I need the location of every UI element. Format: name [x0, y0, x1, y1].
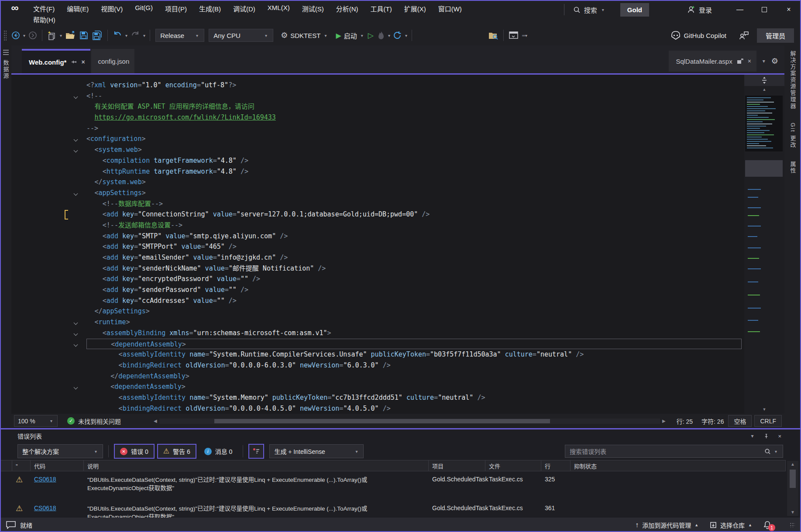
save-all-button[interactable] [90, 28, 104, 42]
code-line[interactable]: https://go.microsoft.com/fwlink/?LinkId=… [11, 112, 744, 123]
warnings-filter-toggle[interactable]: ⚠ 警告 6 [157, 444, 196, 459]
fold-chevron-icon[interactable] [74, 331, 78, 336]
error-code-link[interactable]: CS0618 [31, 500, 84, 518]
code-line[interactable]: <?xml version="1.0" encoding="utf-8"?> [11, 80, 744, 91]
minimap-viewport[interactable] [745, 160, 783, 177]
column-header-4[interactable]: 行 [541, 460, 571, 471]
solution-name-badge[interactable]: Gold [620, 3, 649, 17]
code-line[interactable]: <add key="senderNickName" value="邮件提醒 No… [11, 263, 744, 274]
close-button[interactable]: × [777, 1, 801, 18]
messages-filter-toggle[interactable]: i 消息 0 [199, 444, 238, 459]
solution-platform-dropdown[interactable]: Any CPU▾ [209, 29, 273, 42]
new-project-button[interactable] [45, 28, 58, 42]
editor-options-gear-icon[interactable]: ⚙ [771, 56, 778, 66]
save-button[interactable] [77, 28, 90, 42]
fold-chevron-icon[interactable] [74, 148, 78, 153]
column-header-3[interactable]: 文件 [485, 460, 541, 471]
editor-scrollbar-rail[interactable]: ▲ ▼ [744, 75, 784, 414]
fold-chevron-icon[interactable] [74, 321, 78, 325]
send-feedback-button[interactable] [737, 28, 751, 42]
menu-item-help[interactable]: 帮助(H) [27, 14, 62, 25]
code-line[interactable]: <system.web> [11, 144, 744, 155]
solution-configuration-dropdown[interactable]: Release▾ [155, 29, 204, 42]
navigate-back-button[interactable] [10, 28, 22, 42]
hot-reload-button[interactable] [375, 28, 387, 42]
tab-sqldatamailer[interactable]: SqlDataMailer.aspx × [669, 51, 756, 72]
scroll-up-icon[interactable]: ▲ [744, 86, 784, 93]
error-code-link[interactable]: CS0618 [31, 471, 84, 500]
restart-dropdown-icon[interactable]: ▾ [405, 33, 407, 38]
code-line[interactable]: <add key="ConnectionString" value="serve… [11, 209, 744, 220]
scroll-down-icon[interactable]: ▼ [791, 509, 795, 516]
code-line[interactable]: <configuration> [11, 134, 744, 144]
minimize-button[interactable]: — [728, 1, 752, 18]
error-search-input[interactable]: 搜索错误列表 ▾ [565, 445, 783, 458]
code-line[interactable]: <!--发送邮箱信息设置--> [11, 220, 744, 231]
scroll-right-icon[interactable]: ▶ [660, 419, 668, 423]
code-line[interactable]: <add key="emailSender" value="info@zjgkd… [11, 252, 744, 263]
error-row[interactable]: ⚠CS0618"DBUtils.ExecuteDataSet(Context, … [0, 500, 786, 518]
select-repository-button[interactable]: 选择仓库 ▲ [710, 521, 752, 529]
menu-item-9[interactable]: 分析(N) [330, 3, 364, 14]
maximize-button[interactable] [752, 1, 777, 18]
start-debugging-button[interactable]: ▶ 启动 ▾ [334, 28, 366, 42]
pin-panel-icon[interactable] [763, 433, 769, 439]
code-line[interactable]: <add key="ccAddresses" value="" /> [11, 295, 744, 306]
code-line[interactable]: <appSettings> [11, 188, 744, 199]
start-without-debugging-button[interactable]: ▷ [366, 28, 375, 42]
code-line[interactable]: </system.web> [11, 177, 744, 188]
tab-config-json[interactable]: config.json [91, 49, 135, 73]
code-line[interactable]: <httpRuntime targetFramework="4.8" /> [11, 166, 744, 177]
menu-item-11[interactable]: 扩展(X) [398, 3, 432, 14]
right-dock-tab-2[interactable]: 属性 [789, 161, 797, 174]
right-dock-tab-1[interactable]: Git 更改 [789, 123, 797, 148]
code-line[interactable]: </dependentAssembly> [11, 371, 744, 382]
column-severity-icon[interactable]: ❞ [12, 460, 31, 471]
redo-dropdown-icon[interactable]: ▾ [143, 33, 145, 38]
fold-chevron-icon[interactable] [74, 137, 78, 142]
open-file-button[interactable] [63, 28, 77, 42]
indentation-mode-button[interactable]: 空格 [728, 415, 752, 427]
close-panel-icon[interactable]: × [778, 433, 781, 439]
github-copilot-button[interactable]: GitHub Copilot [669, 28, 731, 42]
add-to-source-control-button[interactable]: ↑ 添加到源代码管理 ▲ [635, 521, 698, 529]
code-line[interactable]: <dependentAssembly> [11, 339, 744, 350]
code-editor[interactable]: <?xml version="1.0" encoding="utf-8"?><!… [11, 75, 744, 414]
window-position-chevron-icon[interactable]: ▾ [751, 433, 753, 439]
horizontal-scrollbar[interactable] [159, 419, 660, 424]
zoom-level-dropdown[interactable]: 100 % ▾ [14, 415, 58, 427]
code-line[interactable]: <runtime> [11, 317, 744, 328]
line-ending-button[interactable]: CRLF [754, 415, 782, 427]
code-line[interactable]: 有关如何配置 ASP.NET 应用程序的详细信息，请访问 [11, 101, 744, 112]
pin-icon[interactable] [71, 59, 77, 65]
menu-item-2[interactable]: 视图(V) [95, 3, 129, 14]
error-source-dropdown[interactable]: 生成 + IntelliSense ▾ [269, 444, 364, 458]
column-header-0[interactable]: 代码 [31, 460, 84, 471]
sign-in-button[interactable]: 登录 [687, 5, 712, 14]
error-scope-dropdown[interactable]: 整个解决方案 ▾ [17, 444, 103, 458]
column-header-5[interactable]: 抑制状态 [571, 460, 786, 471]
promote-preview-tab-icon[interactable] [737, 58, 743, 64]
navigate-forward-button[interactable] [27, 28, 39, 42]
scroll-left-icon[interactable]: ◀ [151, 419, 159, 423]
startup-project-dropdown[interactable]: ⚙ SDKTEST ▾ [279, 28, 330, 42]
redo-button[interactable] [129, 28, 142, 42]
error-list-scrollbar[interactable]: ▲ ▼ [787, 461, 798, 516]
errors-filter-toggle[interactable]: ✕ 错误 0 [114, 444, 155, 459]
window-layout-button[interactable] [507, 28, 521, 42]
code-line[interactable]: <assemblyIdentity name="System.Runtime.C… [11, 349, 744, 360]
column-header-2[interactable]: 项目 [429, 460, 485, 471]
menu-item-1[interactable]: 编辑(E) [61, 3, 95, 14]
fold-chevron-icon[interactable] [74, 342, 78, 347]
fold-chevron-icon[interactable] [74, 385, 78, 390]
menu-item-5[interactable]: 生成(B) [193, 3, 227, 14]
notifications-button[interactable]: 1 [763, 521, 771, 529]
scroll-down-icon[interactable]: ▼ [744, 406, 784, 413]
menu-item-6[interactable]: 调试(D) [227, 3, 261, 14]
minimap[interactable] [745, 96, 783, 151]
new-dropdown-icon[interactable]: ▾ [60, 33, 62, 38]
code-line[interactable]: <add key="SMTP" value="smtp.qiye.aliyun.… [11, 231, 744, 242]
code-line[interactable]: <bindingRedirect oldVersion="0.0.0.0-6.0… [11, 360, 744, 371]
hot-reload-dropdown-icon[interactable]: ▾ [388, 33, 390, 38]
menu-item-4[interactable]: 项目(P) [159, 3, 193, 14]
